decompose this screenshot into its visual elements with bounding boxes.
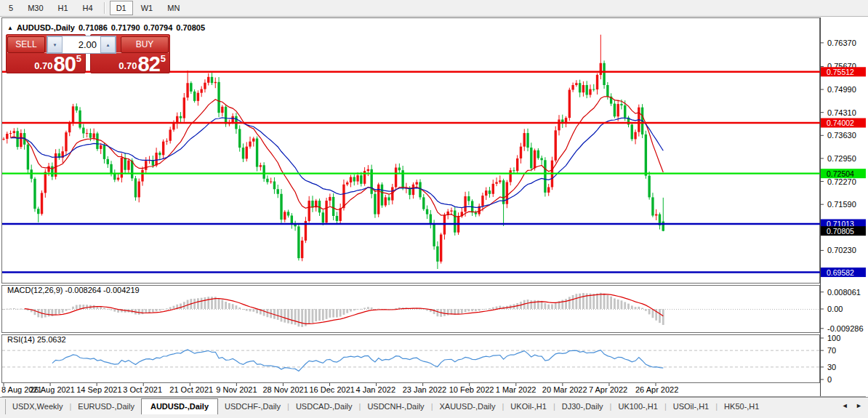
chart-tab-usoil-h1[interactable]: USOil-,H1 [667, 399, 716, 413]
candle-up [516, 158, 518, 171]
volume-decrease-button[interactable]: ▼ [47, 36, 63, 53]
rsi-scale-label: 100 [827, 334, 840, 342]
candle-down [277, 189, 279, 194]
macd-scale-label: -0.009286 [827, 324, 864, 333]
macd-bar [610, 297, 612, 309]
volume-increase-button[interactable]: ▲ [100, 36, 116, 53]
candle-up [416, 182, 418, 184]
candle-up [520, 147, 522, 158]
candle-down [89, 133, 92, 138]
tab-scroll-left-icon[interactable]: ◄ [842, 402, 851, 409]
candle-down [291, 216, 293, 224]
date-label: 3 Oct 2021 [123, 385, 162, 394]
macd-bar [332, 309, 334, 318]
candle-up [600, 63, 602, 75]
macd-bar [582, 293, 584, 309]
candle-up [169, 129, 172, 140]
candle-down [96, 134, 98, 149]
macd-bar [207, 297, 209, 309]
timeframe-button-h1[interactable]: H1 [52, 1, 75, 15]
candle-down [387, 197, 390, 200]
price-tick-label: 0.72270 [827, 177, 856, 186]
timeframe-button-mn[interactable]: MN [161, 1, 186, 15]
chart-plot-area[interactable]: 0.763700.756700.749900.743100.736300.729… [0, 17, 868, 397]
chart-tab-uk100-h1[interactable]: UK100-,H1 [611, 399, 664, 413]
rsi-scale-label: 0 [827, 375, 832, 384]
candle-down [353, 177, 355, 182]
buy-button[interactable]: BUY [121, 36, 169, 53]
collapse-arrow-icon[interactable]: ▲ [7, 25, 13, 31]
candle-down [530, 148, 532, 168]
date-label: 28 Nov 2021 [262, 385, 308, 394]
tab-scroll-right-icon[interactable]: ► [856, 402, 865, 409]
macd-bar [55, 309, 57, 315]
macd-bar [592, 294, 595, 309]
date-label: 26 Apr 2022 [635, 385, 678, 394]
macd-bar [183, 302, 185, 309]
volume-field[interactable]: 2.00 [63, 36, 100, 53]
chart-tab-dj30-daily[interactable]: DJ30-,Daily [555, 399, 610, 413]
candle-down [489, 190, 491, 194]
candle-down [107, 159, 109, 164]
macd-bar [447, 309, 449, 315]
candle-up [117, 177, 119, 180]
candle-up [162, 142, 164, 156]
rsi-scale-label: 30 [827, 363, 836, 371]
timeframe-button-5[interactable]: 5 [2, 1, 20, 15]
tab-scroll-arrows: ◄ ► [842, 402, 865, 409]
macd-bar [158, 309, 161, 310]
macd-bar [329, 309, 331, 318]
chart-window[interactable]: 0.763700.756700.749900.743100.736300.729… [0, 17, 868, 397]
candle-up [204, 83, 206, 89]
level-badge-label: 0.74002 [827, 118, 854, 127]
sell-button[interactable]: SELL [7, 36, 45, 53]
candle-down [360, 175, 362, 184]
macd-bar [297, 309, 300, 326]
macd-bar [363, 308, 366, 309]
macd-bar [312, 309, 314, 323]
candle-down [592, 89, 595, 90]
date-label: 1 Mar 2022 [496, 385, 537, 394]
date-label: 9 Nov 2021 [216, 385, 257, 394]
chart-tab-hk50-h1[interactable]: HK50-,H1 [718, 399, 765, 413]
candle-down [332, 197, 334, 216]
chart-tab-usdcad-daily[interactable]: USDCAD-,Daily [289, 399, 359, 413]
candle-down [242, 148, 244, 158]
macd-bar [541, 301, 543, 309]
macd-bar [13, 308, 15, 309]
macd-bar [284, 309, 286, 323]
candle-up [249, 142, 251, 147]
macd-bar [648, 309, 651, 314]
rsi-indicator-label: RSI(14) 25.0632 [7, 335, 66, 344]
candle-down [651, 197, 654, 215]
sell-price: 0.70 80 5 [6, 52, 81, 73]
chart-tab-usdx-weekly[interactable]: USDX,Weekly [6, 399, 69, 413]
timeframe-button-d1[interactable]: D1 [110, 1, 133, 15]
macd-bar [20, 308, 22, 309]
chart-tab-audusd-daily[interactable]: AUDUSD-,Daily [141, 398, 218, 414]
date-label: 7 Apr 2022 [589, 385, 627, 394]
buy-price-prefix: 0.70 [118, 60, 137, 71]
price-tick-label: 0.73630 [827, 131, 856, 140]
chart-tab-usdchf-daily[interactable]: USDCHF-,Daily [218, 399, 287, 413]
candle-up [100, 145, 102, 149]
candle-up [495, 182, 497, 183]
chart-tab-eurusd-daily[interactable]: EURUSD-,Daily [71, 399, 141, 413]
current-price-badge-label: 0.70805 [827, 227, 854, 236]
macd-bar [579, 294, 581, 309]
chart-tab-usdcnh-daily[interactable]: USDCNH-,Daily [361, 399, 430, 413]
chart-tab-ukoil-h1[interactable]: UKOil-,H1 [504, 399, 553, 413]
candle-down [526, 133, 529, 148]
candle-down [262, 165, 265, 179]
timeframe-button-h4[interactable]: H4 [76, 1, 100, 15]
macd-bar [228, 303, 230, 309]
macd-bar [360, 309, 362, 310]
chart-tab-xauusd-daily[interactable]: XAUUSD-,Daily [433, 399, 502, 413]
candle-up [65, 132, 67, 151]
candle-down [454, 211, 456, 233]
date-label: 16 Dec 2021 [310, 385, 355, 394]
timeframe-button-w1[interactable]: W1 [134, 1, 160, 15]
macd-bar [291, 309, 293, 324]
timeframe-button-m30[interactable]: M30 [21, 1, 49, 15]
level-badge-label: 0.72504 [827, 169, 854, 178]
